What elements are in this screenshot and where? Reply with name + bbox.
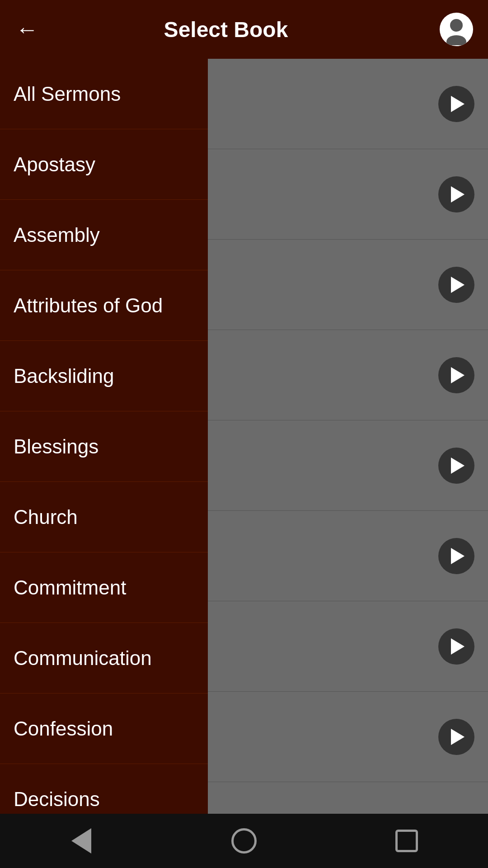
book-menu: All Sermons Apostasy Assembly Attributes… — [0, 59, 208, 836]
menu-item-label: Blessings — [14, 435, 99, 458]
navigation-bar — [0, 814, 488, 868]
menu-item-all-sermons[interactable]: All Sermons — [0, 59, 208, 129]
menu-item-apostasy[interactable]: Apostasy — [0, 129, 208, 200]
menu-item-blessings[interactable]: Blessings — [0, 411, 208, 482]
play-button[interactable] — [438, 448, 474, 484]
play-button[interactable] — [438, 267, 474, 303]
play-icon — [451, 729, 465, 745]
play-button[interactable] — [438, 538, 474, 574]
play-icon — [451, 458, 465, 474]
menu-item-confession[interactable]: Confession — [0, 693, 208, 764]
profile-icon — [440, 13, 473, 46]
svg-point-0 — [450, 19, 463, 32]
menu-item-commitment[interactable]: Commitment — [0, 552, 208, 623]
menu-item-assembly[interactable]: Assembly — [0, 200, 208, 270]
menu-item-label: Attributes of God — [14, 294, 163, 317]
play-icon — [451, 548, 465, 564]
menu-item-label: Backsliding — [14, 365, 114, 387]
nav-back-button[interactable] — [54, 823, 108, 859]
menu-item-label: Commitment — [14, 576, 126, 599]
nav-back-icon — [71, 828, 91, 854]
profile-button[interactable] — [438, 11, 474, 47]
play-icon — [451, 96, 465, 112]
play-button[interactable] — [438, 176, 474, 212]
svg-point-1 — [446, 35, 466, 45]
menu-item-label: All Sermons — [14, 83, 121, 105]
play-icon — [451, 367, 465, 383]
nav-home-icon — [231, 828, 257, 854]
menu-item-communication[interactable]: Communication — [0, 623, 208, 693]
play-button[interactable] — [438, 719, 474, 755]
play-button[interactable] — [438, 357, 474, 393]
play-icon — [451, 638, 465, 655]
page-title: Select Book — [41, 17, 411, 42]
play-button[interactable] — [438, 628, 474, 665]
menu-item-attributes-of-god[interactable]: Attributes of God — [0, 270, 208, 341]
back-button[interactable]: ← — [14, 16, 41, 43]
play-button[interactable] — [438, 86, 474, 122]
menu-item-label: Assembly — [14, 224, 100, 246]
content-area: Dallas Area Exodus 3:11 at s Conference … — [0, 59, 488, 836]
nav-recents-icon — [395, 830, 418, 852]
play-icon — [451, 277, 465, 293]
nav-recents-button[interactable] — [380, 823, 434, 859]
menu-item-label: Confession — [14, 717, 113, 740]
back-arrow-icon: ← — [16, 18, 38, 41]
header: ← Select Book — [0, 0, 488, 59]
menu-item-label: Decisions — [14, 788, 100, 811]
menu-item-backsliding[interactable]: Backsliding — [0, 341, 208, 411]
nav-home-button[interactable] — [217, 823, 271, 859]
menu-item-church[interactable]: Church — [0, 482, 208, 552]
menu-item-label: Church — [14, 506, 78, 528]
play-icon — [451, 186, 465, 203]
menu-item-label: Communication — [14, 647, 152, 670]
menu-item-label: Apostasy — [14, 153, 95, 176]
